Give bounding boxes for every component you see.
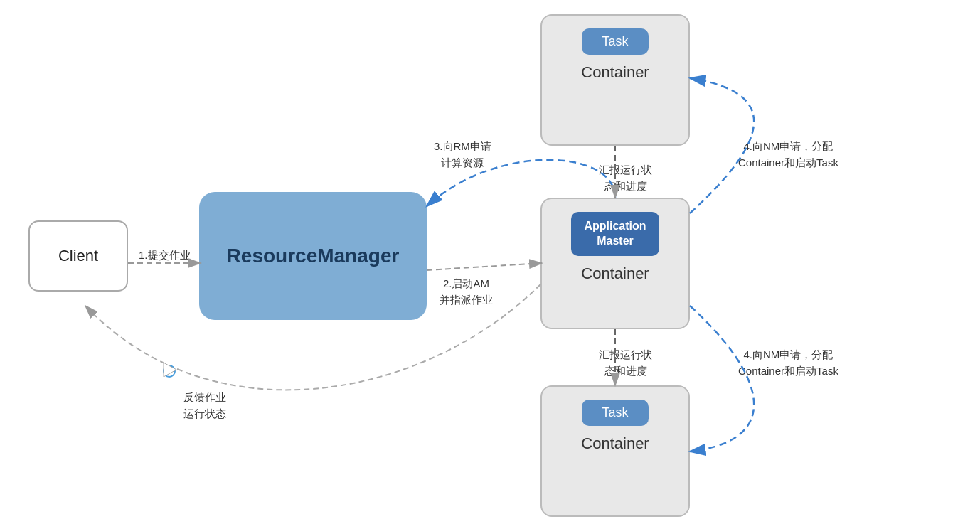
container-mid-box: ApplicationMaster Container <box>540 198 690 329</box>
container-mid-am: ApplicationMaster <box>571 212 659 256</box>
label-feedback: 反馈作业运行状态 <box>183 390 226 422</box>
arrow-rm-to-am <box>427 263 542 270</box>
container-bot-box: Task Container <box>540 385 690 517</box>
label-nm-bot: 4.向NM申请，分配Container和启动Task <box>738 347 838 379</box>
container-top-task: Task <box>582 28 648 55</box>
cursor-pointer <box>164 363 176 377</box>
container-top-box: Task Container <box>540 14 690 146</box>
label-nm-top: 4.向NM申请，分配Container和启动Task <box>738 139 838 171</box>
label-submit: 1.提交作业 <box>139 247 191 264</box>
label-start-am: 2.启动AM并指派作业 <box>440 276 493 308</box>
rm-label: ResourceManager <box>227 245 400 267</box>
container-mid-label: Container <box>581 264 649 283</box>
resource-manager-box: ResourceManager <box>199 192 427 320</box>
label-report-top: 汇报运行状态和进度 <box>599 162 652 194</box>
container-top-label: Container <box>581 63 649 82</box>
client-label: Client <box>58 247 98 265</box>
cursor-circle <box>164 365 175 377</box>
diagram: Client ResourceManager Task Container Ap… <box>0 0 980 524</box>
container-bot-task: Task <box>582 400 648 426</box>
container-bot-label: Container <box>581 434 649 453</box>
label-report-bot: 汇报运行状态和进度 <box>599 347 652 379</box>
client-box: Client <box>28 220 128 292</box>
label-request-resource: 3.向RM申请计算资源 <box>434 139 491 171</box>
